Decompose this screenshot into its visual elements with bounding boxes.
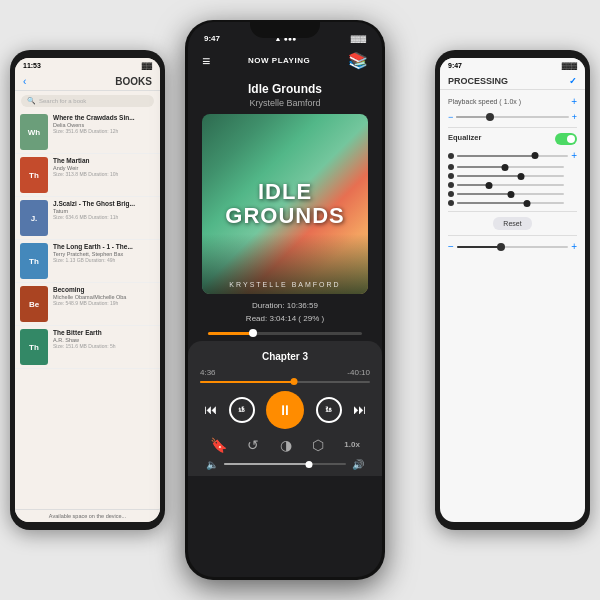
eq-dot (448, 191, 454, 197)
read-text: Read: 3:04:14 ( 29% ) (188, 313, 382, 326)
list-item[interactable]: Th The Long Earth - 1 - The... Terry Pra… (15, 240, 160, 283)
repeat-button[interactable]: ↺ (247, 437, 259, 453)
reset-button[interactable]: Reset (493, 217, 531, 230)
play-pause-button[interactable]: ⏸ (266, 391, 304, 429)
speed-button[interactable]: 1.0x (344, 440, 360, 449)
center-battery: ▓▓▓ (351, 35, 366, 42)
eq-dot (448, 153, 454, 159)
chapter-label: Chapter 3 (200, 351, 370, 362)
volume-high-icon: 🔊 (352, 459, 364, 470)
left-header: ‹ BOOKS (15, 73, 160, 91)
skip-forward-button[interactable]: ⏭ (353, 402, 366, 417)
eq-track-4[interactable] (457, 193, 564, 195)
back-icon[interactable]: ‹ (23, 76, 26, 87)
library-icon[interactable]: 📚 (348, 51, 368, 70)
book-author-text: Andy Weir (53, 165, 155, 172)
search-icon: 🔍 (27, 97, 36, 105)
book-title: Idle Grounds (188, 82, 382, 96)
book-author-text: Delia Owens (53, 122, 155, 129)
checkmark-icon: ✓ (569, 76, 577, 86)
time-elapsed: 4:36 (200, 368, 216, 377)
player-progress[interactable] (200, 381, 370, 383)
pause-icon: ⏸ (278, 402, 292, 418)
book-author-text: Terry Pratchett, Stephen Bax (53, 251, 155, 258)
bottom-plus-icon[interactable]: + (571, 241, 577, 252)
eq-slider-row (448, 164, 577, 170)
skip-back-button[interactable]: ⏮ (204, 402, 217, 417)
book-meta-text: Size: 548.9 MB Duration: 19h (53, 300, 155, 307)
main-progress[interactable] (208, 332, 362, 335)
speed-plus-icon[interactable]: + (572, 112, 577, 122)
eq-dot (448, 164, 454, 170)
processing-title: PROCESSING (448, 76, 508, 86)
now-playing-label: NOW PLAYING (248, 56, 310, 65)
left-phone-screen: 11:53 ▓▓ ‹ BOOKS 🔍 Search for a book Wh … (15, 58, 160, 522)
eq-track-3[interactable] (457, 184, 564, 186)
bottom-slider[interactable] (457, 246, 568, 248)
book-cover: IDLE GROUNDS KRYSTELLE BAMFORD (202, 114, 368, 294)
book-author-text: Michelle Obama/Michelle Oba (53, 294, 155, 301)
speed-minus-icon[interactable]: − (448, 112, 453, 122)
airplay-button[interactable]: ⬡ (312, 437, 324, 453)
equalizer-toggle[interactable] (555, 133, 577, 145)
volume-low-icon: 🔈 (206, 459, 218, 470)
bottom-slider-row: − + (448, 241, 577, 252)
sleep-timer-button[interactable]: ◑ (280, 437, 292, 453)
left-battery: ▓▓ (142, 62, 152, 69)
speed-track[interactable] (456, 116, 568, 118)
progress-fill (208, 332, 253, 335)
right-status-bar: 9:47 ▓▓▓ (440, 58, 585, 73)
list-item[interactable]: Th The Martian Andy Weir Size: 313.8 MB … (15, 154, 160, 197)
book-author-text: A.R. Shaw (53, 337, 155, 344)
speed-plus[interactable]: + (571, 96, 577, 107)
eq-slider-row (448, 200, 577, 206)
eq-track-2[interactable] (457, 175, 564, 177)
player-progress-fill (200, 381, 294, 383)
right-content: Playback speed ( 1.0x ) + − + Equalizer (440, 90, 585, 258)
volume-dot (306, 461, 313, 468)
eq-track-0[interactable] (457, 155, 568, 157)
eq-track-5[interactable] (457, 202, 564, 204)
book-title-text: Becoming (53, 286, 155, 294)
time-row: 4:36 -40:10 (200, 368, 370, 377)
eq-plus-icon[interactable]: + (571, 150, 577, 161)
bottom-minus-icon[interactable]: − (448, 241, 454, 252)
list-item[interactable]: Th The Bitter Earth A.R. Shaw Size: 151.… (15, 326, 160, 369)
book-title-text: J.Scalzi - The Ghost Brig... (53, 200, 155, 208)
search-placeholder: Search for a book (39, 98, 86, 104)
cover-author: KRYSTELLE BAMFORD (202, 281, 368, 288)
list-item[interactable]: Be Becoming Michelle Obama/Michelle Oba … (15, 283, 160, 326)
right-phone: 9:47 ▓▓▓ PROCESSING ✓ Playback speed ( 1… (435, 50, 590, 530)
book-title-text: Where the Crawdads Sin... (53, 114, 155, 122)
equalizer-row: Equalizer (448, 133, 577, 145)
eq-dot (448, 173, 454, 179)
left-status-bar: 11:53 ▓▓ (15, 58, 160, 73)
center-time: 9:47 (204, 34, 220, 43)
eq-sliders: + (448, 150, 577, 206)
right-phone-screen: 9:47 ▓▓▓ PROCESSING ✓ Playback speed ( 1… (440, 58, 585, 522)
right-battery: ▓▓▓ (562, 62, 577, 69)
right-header: PROCESSING ✓ (440, 73, 585, 90)
volume-slider[interactable] (224, 463, 346, 465)
eq-slider-row (448, 191, 577, 197)
left-phone: 11:53 ▓▓ ‹ BOOKS 🔍 Search for a book Wh … (10, 50, 165, 530)
bookmark-button[interactable]: 🔖 (210, 437, 227, 453)
equalizer-label: Equalizer (448, 133, 481, 142)
scene: 11:53 ▓▓ ‹ BOOKS 🔍 Search for a book Wh … (0, 0, 600, 600)
menu-icon[interactable]: ≡ (202, 53, 210, 69)
duration-text: Duration: 10:36:59 (188, 300, 382, 313)
eq-dot (448, 200, 454, 206)
available-space-bar: Available space on the device... (15, 509, 160, 522)
fast-forward-button[interactable]: ↻ 15 (316, 397, 342, 423)
eq-dot (448, 182, 454, 188)
search-bar[interactable]: 🔍 Search for a book (21, 95, 154, 107)
list-item[interactable]: J. J.Scalzi - The Ghost Brig... Tatum Si… (15, 197, 160, 240)
eq-track-1[interactable] (457, 166, 564, 168)
playback-speed-label: Playback speed ( 1.0x ) (448, 98, 521, 105)
rewind-button[interactable]: ↺ 15 (229, 397, 255, 423)
book-author: Krystelle Bamford (188, 98, 382, 108)
center-phone: 9:47 ▲ ●●● ▓▓▓ ≡ NOW PLAYING 📚 Idle Grou… (185, 20, 385, 580)
list-item[interactable]: Wh Where the Crawdads Sin... Delia Owens… (15, 111, 160, 154)
progress-dot (249, 329, 257, 337)
playback-speed-row: Playback speed ( 1.0x ) + (448, 96, 577, 107)
